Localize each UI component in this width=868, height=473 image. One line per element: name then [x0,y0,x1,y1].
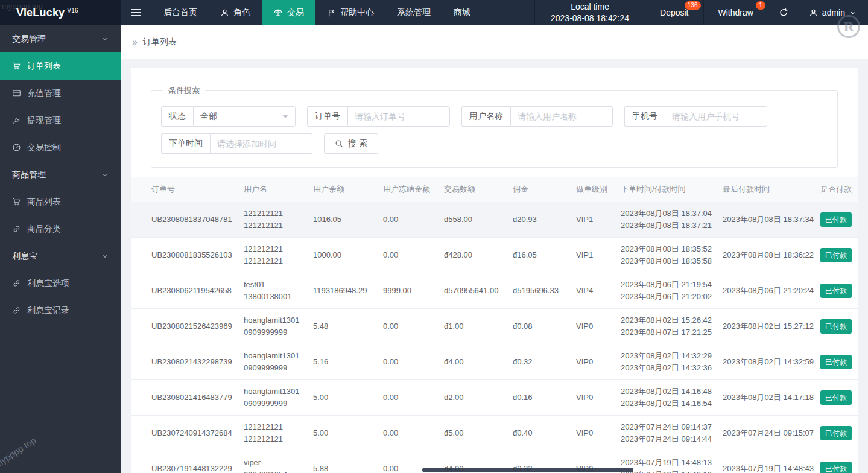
cell-amount: đ2.00 [444,379,513,415]
cell-level: VIP1 [576,202,621,237]
paid-status-badge: 已付款 [820,212,852,227]
order-no-label: 订单号 [307,106,347,127]
deposit-link[interactable]: Deposit 136 [645,0,703,25]
cell-frozen: 0.00 [383,344,444,379]
breadcrumb-icon: » [132,37,138,47]
sidebar-item-withdraw-management[interactable]: 提现管理 [0,107,121,134]
top-header: VieLucky V16 后台首页 角色 交易 帮助中心 系统管理 商城 Loc… [0,0,868,25]
admin-menu[interactable]: admin [799,0,868,25]
sidebar-item-product-category[interactable]: 商品分类 [0,215,121,243]
cell-balance: 5.00 [313,379,383,415]
cell-level: VIP1 [576,237,621,273]
col-header-amount: 交易数额 [444,177,513,202]
table-row[interactable]: UB2308081837048781 121212121121212121 10… [131,202,858,237]
order-no-input[interactable] [347,106,450,127]
cell-commission: đ0.16 [513,379,576,415]
cell-balance: 1016.05 [313,202,383,237]
cell-frozen: 0.00 [383,415,444,451]
sidebar-group-interest-treasure[interactable]: 利息宝 [0,243,121,270]
cell-amount: đ4.00 [444,344,513,379]
cell-last-pay: 2023年08月08日 18:36:22 [723,237,820,273]
table-row[interactable]: UB2308081835526103 121212121121212121 10… [131,237,858,273]
gauge-icon [12,143,21,152]
sidebar-item-label: 交易控制 [27,142,61,153]
table-row[interactable]: UB2308021416483779 hoanglamit13010909999… [131,379,858,415]
cell-last-pay: 2023年08月06日 21:20:24 [723,273,820,308]
paid-status-badge: 已付款 [820,462,852,473]
sidebar-item-label: 商品列表 [27,197,61,208]
cell-commission: đ0.32 [513,344,576,379]
phone-input[interactable] [665,106,767,127]
cell-balance: 1193186948.29 [313,273,383,308]
cell-frozen: 0.00 [383,308,444,344]
table-row[interactable]: UB2308021432298739 hoanglamit13010909999… [131,344,858,379]
nav-item-dashboard[interactable]: 后台首页 [152,0,209,25]
table-row[interactable]: UB2308021526423969 hoanglamit13010909999… [131,308,858,344]
phone-filter-group: 手机号 [624,106,767,127]
horizontal-scrollbar-thumb[interactable] [422,468,633,472]
cell-commission: đ20.93 [513,202,576,237]
user-icon [220,8,229,17]
cell-order-no: UB2308021416483779 [131,379,244,415]
cell-times: 2023年08月02日 14:32:292023年08月02日 14:32:36 [621,344,723,379]
order-time-label: 下单时间 [161,133,210,154]
wrench-icon [12,116,21,125]
refresh-button[interactable] [768,0,799,25]
brand-logo: VieLucky V16 [0,0,121,25]
search-panel-legend: 条件搜索 [163,85,205,96]
username-filter-group: 用户名称 [461,106,613,127]
search-panel: 条件搜索 状态 全部 订单号 用户名称 [151,85,838,168]
caret-down-icon [282,115,288,118]
col-header-username: 用户名 [244,177,313,202]
sidebar-item-recharge-management[interactable]: 充值管理 [0,80,121,107]
sidebar-group-trade-management[interactable]: 交易管理 [0,25,121,52]
sidebar-group-product-management[interactable]: 商品管理 [0,161,121,188]
orders-table: 订单号 用户名 用户余额 用户冻结金额 交易数额 佣金 做单级别 下单时间/付款… [131,177,858,473]
cell-status: 已付款 [820,344,858,379]
nav-label: 交易 [287,7,304,18]
cell-commission: đ16.05 [513,237,576,273]
sidebar-item-interest-records[interactable]: 利息宝记录 [0,297,121,324]
sidebar-group-label: 利息宝 [12,251,37,262]
cell-order-no: UB2307240914372684 [131,415,244,451]
table-row[interactable]: UB2308062119542658 test0113800138001 119… [131,273,858,308]
cell-frozen: 0.00 [383,379,444,415]
cell-user: test0113800138001 [244,273,313,308]
cart-icon [12,62,21,71]
nav-item-mall[interactable]: 商城 [442,0,482,25]
cell-status: 已付款 [820,273,858,308]
search-button[interactable]: 搜 索 [324,133,378,154]
breadcrumb: » 订单列表 [121,25,868,59]
cell-user: 121212121121212121 [244,202,313,237]
cell-user: hoanglamit13010909999999 [244,344,313,379]
cell-order-no: UB2308021526423969 [131,308,244,344]
table-row[interactable]: UB2307240914372684 121212121121212121 5.… [131,415,858,451]
withdraw-link[interactable]: Withdraw 1 [704,0,768,25]
sidebar-item-interest-options[interactable]: 利息宝选项 [0,270,121,297]
cell-order-no: UB2308081837048781 [131,202,244,237]
col-header-frozen: 用户冻结金额 [383,177,444,202]
nav-item-roles[interactable]: 角色 [209,0,262,25]
status-select[interactable]: 全部 [193,106,296,127]
username-input[interactable] [510,106,613,127]
nav-item-help[interactable]: 帮助中心 [315,0,385,25]
nav-label: 帮助中心 [340,7,374,18]
cell-status: 已付款 [820,237,858,273]
nav-item-trade[interactable]: 交易 [262,0,315,25]
sidebar-item-product-list[interactable]: 商品列表 [0,188,121,215]
search-row-2: 下单时间 搜 索 [161,133,828,154]
nav-item-system[interactable]: 系统管理 [385,0,442,25]
sidebar-toggle-button[interactable] [121,0,152,25]
link-icon [12,279,21,288]
order-time-input[interactable] [210,133,312,154]
cell-order-no: UB2308081835526103 [131,237,244,273]
paid-status-badge: 已付款 [820,284,852,298]
table-header-row: 订单号 用户名 用户余额 用户冻结金额 交易数额 佣金 做单级别 下单时间/付款… [131,177,858,202]
sidebar-item-trade-control[interactable]: 交易控制 [0,134,121,161]
cell-level: VIP0 [576,344,621,379]
cell-level: VIP0 [576,379,621,415]
username-label: 用户名称 [461,106,510,127]
sidebar-item-order-list[interactable]: 订单列表 [0,52,121,80]
cell-commission: đ0.08 [513,308,576,344]
cell-amount: đ558.00 [444,202,513,237]
